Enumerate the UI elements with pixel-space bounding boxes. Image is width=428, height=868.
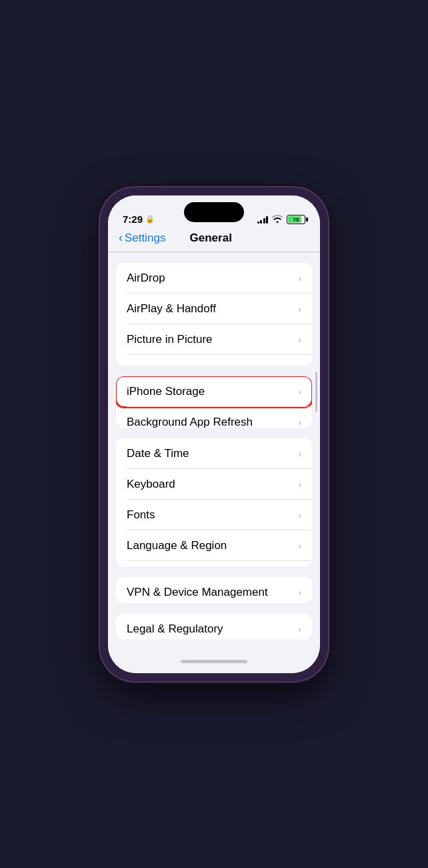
carplay-chevron-icon: ›	[298, 365, 301, 366]
signal-icon	[257, 215, 269, 224]
settings-row-airdrop[interactable]: AirDrop ›	[116, 263, 312, 294]
screen: 7:29 🔒	[108, 195, 320, 673]
back-button[interactable]: ‹ Settings	[119, 232, 165, 245]
status-bar: 7:29 🔒	[108, 195, 320, 229]
legal-chevron-icon: ›	[298, 624, 301, 634]
keyboard-label: Keyboard	[127, 478, 298, 491]
fonts-label: Fonts	[127, 508, 298, 522]
language-region-label: Language & Region	[127, 539, 298, 552]
settings-row-legal[interactable]: Legal & Regulatory ›	[116, 614, 312, 640]
picture-label: Picture in Picture	[127, 333, 298, 346]
wifi-icon	[272, 215, 283, 225]
nav-bar: ‹ Settings General	[108, 229, 320, 252]
settings-row-vpn[interactable]: VPN & Device Management ›	[116, 577, 312, 603]
home-indicator	[108, 650, 320, 673]
settings-group-3: Date & Time › Keyboard › Fonts › Languag…	[116, 438, 312, 567]
iphone-storage-chevron-icon: ›	[298, 386, 301, 397]
airdrop-label: AirDrop	[127, 272, 298, 285]
phone-shell: 7:29 🔒	[100, 187, 328, 681]
home-bar	[181, 660, 247, 663]
settings-row-keyboard[interactable]: Keyboard ›	[116, 469, 312, 500]
lock-icon: 🔒	[145, 215, 155, 224]
settings-group-2: iPhone Storage › Background App Refresh …	[116, 376, 312, 428]
status-icons: 75	[257, 215, 306, 225]
battery-icon: 75	[287, 215, 305, 224]
dynamic-island	[184, 202, 244, 222]
background-refresh-chevron-icon: ›	[298, 417, 301, 428]
iphone-storage-label: iPhone Storage	[127, 385, 298, 398]
legal-label: Legal & Regulatory	[127, 622, 298, 636]
status-time: 7:29 🔒	[123, 213, 155, 225]
settings-row-date-time[interactable]: Date & Time ›	[116, 438, 312, 469]
settings-row-language-region[interactable]: Language & Region ›	[116, 530, 312, 561]
airplay-label: AirPlay & Handoff	[127, 302, 298, 316]
settings-row-background-refresh[interactable]: Background App Refresh ›	[116, 407, 312, 428]
settings-row-iphone-storage[interactable]: iPhone Storage ›	[116, 376, 312, 407]
back-chevron-icon: ‹	[119, 232, 123, 244]
back-label: Settings	[125, 232, 165, 245]
vpn-chevron-icon: ›	[298, 587, 301, 598]
date-time-label: Date & Time	[127, 447, 298, 460]
battery-level: 75	[293, 217, 299, 223]
settings-group-4: VPN & Device Management ›	[116, 577, 312, 603]
settings-row-dictionary[interactable]: Dictionary ›	[116, 561, 312, 567]
airplay-chevron-icon: ›	[298, 304, 301, 314]
settings-row-carplay[interactable]: CarPlay ›	[116, 355, 312, 366]
background-refresh-label: Background App Refresh	[127, 416, 298, 428]
language-region-chevron-icon: ›	[298, 540, 301, 551]
time-display: 7:29	[123, 213, 143, 225]
carplay-label: CarPlay	[127, 364, 298, 366]
fonts-chevron-icon: ›	[298, 510, 301, 520]
page-title: General	[190, 232, 232, 245]
settings-content: AirDrop › AirPlay & Handoff › Picture in…	[108, 252, 320, 650]
settings-group-1: AirDrop › AirPlay & Handoff › Picture in…	[116, 263, 312, 366]
settings-row-picture[interactable]: Picture in Picture ›	[116, 324, 312, 355]
picture-chevron-icon: ›	[298, 334, 301, 345]
airdrop-chevron-icon: ›	[298, 273, 301, 284]
settings-row-fonts[interactable]: Fonts ›	[116, 500, 312, 530]
vpn-label: VPN & Device Management	[127, 586, 298, 599]
date-time-chevron-icon: ›	[298, 448, 301, 459]
scroll-indicator	[315, 372, 317, 412]
settings-row-airplay[interactable]: AirPlay & Handoff ›	[116, 294, 312, 324]
keyboard-chevron-icon: ›	[298, 479, 301, 490]
settings-group-5: Legal & Regulatory ›	[116, 614, 312, 640]
